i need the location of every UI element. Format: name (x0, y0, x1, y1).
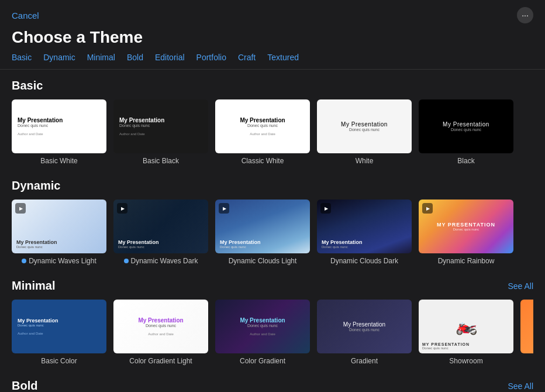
thumb-subtitle: Donec quis nunc (322, 245, 407, 249)
nav-item-minimal[interactable]: Minimal (87, 53, 115, 62)
nav-item-craft[interactable]: Craft (238, 53, 256, 62)
basic-section-title: Basic (12, 79, 43, 92)
theme-thumb-white: My Presentation Donec quis nunc (317, 99, 412, 153)
thumb-title: My Presentation (138, 317, 183, 324)
dot-indicator (124, 259, 129, 263)
nav-item-basic[interactable]: Basic (12, 53, 32, 62)
thumb-title: My Presentation (16, 239, 102, 245)
bold-section-title: Bold (12, 379, 37, 392)
thumb-subtitle: Donec quis nunc (451, 128, 481, 132)
play-icon (117, 203, 127, 214)
basic-section: Basic My Presentation Donec quis nunc Au… (0, 70, 545, 170)
theme-thumb-rainbow: MY PRESENTATION Donec quis nunc (419, 200, 513, 253)
theme-thumb-dw-dark: My Presentation Donec quis nunc (113, 200, 208, 253)
theme-classic-white[interactable]: My Presentation Donec quis nunc Author a… (215, 99, 310, 165)
theme-partial[interactable] (520, 300, 533, 365)
more-options-button[interactable]: ··· (517, 7, 533, 23)
thumb-title: My Presentation (443, 121, 489, 128)
theme-label-showroom: Showroom (449, 357, 482, 365)
theme-rainbow[interactable]: MY PRESENTATION Donec quis nunc Dynamic … (419, 200, 513, 265)
minimal-see-all[interactable]: See All (508, 281, 533, 291)
theme-label-dw-light: Dynamic Waves Light (22, 257, 96, 265)
thumb-title: My Presentation (341, 121, 388, 128)
dot-indicator (22, 259, 26, 263)
theme-thumb-cg-light: My Presentation Donec quis nunc Author a… (113, 300, 208, 353)
nav-item-editorial[interactable]: Editorial (155, 53, 185, 62)
thumb-subtitle: Donec quis nunc (422, 346, 510, 350)
theme-thumb-basic-color: My Presentation Donec quis nunc Author a… (12, 300, 106, 353)
thumb-subtitle: Donec quis nunc (18, 324, 101, 327)
thumb-subtitle: Donec quis nunc (119, 123, 202, 128)
theme-label-rainbow: Dynamic Rainbow (438, 257, 495, 265)
theme-label-white: White (356, 157, 374, 165)
theme-gradient[interactable]: My Presentation Donec quis nunc Gradient (317, 300, 412, 365)
thumb-title: My Presentation (220, 239, 305, 245)
thumb-author: Author and Date (148, 332, 174, 336)
theme-thumb-classic-white: My Presentation Donec quis nunc Author a… (215, 99, 310, 153)
play-icon (15, 203, 26, 214)
theme-black[interactable]: My Presentation Donec quis nunc Black (419, 99, 513, 165)
category-nav: Basic Dynamic Minimal Bold Editorial Por… (0, 53, 545, 70)
nav-item-bold[interactable]: Bold (127, 53, 143, 62)
theme-dw-light[interactable]: My Presentation Donec quis nunc Dynamic … (12, 200, 106, 265)
theme-basic-color[interactable]: My Presentation Donec quis nunc Author a… (12, 300, 106, 365)
minimal-section: Minimal See All My Presentation Donec qu… (0, 270, 545, 370)
bold-section: Bold See All 👩 MY PRESENTATION 🧑 MY PRE (0, 370, 545, 392)
page-title: Choose a Theme (0, 26, 545, 53)
thumb-author: Author and Date (119, 132, 202, 136)
theme-label-black: Black (457, 157, 474, 165)
minimal-section-header: Minimal See All (12, 279, 533, 293)
theme-label-gradient: Gradient (351, 357, 378, 365)
thumb-title: My Presentation (240, 117, 285, 123)
top-bar: Cancel ··· (0, 0, 545, 26)
thumb-subtitle: Donec quis nunc (16, 245, 102, 249)
theme-label-basic-white: Basic White (40, 157, 77, 165)
theme-dw-dark[interactable]: My Presentation Donec quis nunc Dynamic … (113, 200, 208, 265)
play-icon (219, 203, 229, 214)
thumb-subtitle: Donec quis nunc (247, 324, 278, 328)
thumb-title: My Presentation (18, 318, 101, 324)
play-icon (422, 203, 433, 214)
theme-cg-light[interactable]: My Presentation Donec quis nunc Author a… (113, 300, 208, 365)
minimal-section-title: Minimal (12, 279, 55, 293)
thumb-title: My Presentation (240, 317, 285, 324)
thumb-title: MY PRESENTATION (422, 342, 510, 346)
bold-see-all[interactable]: See All (508, 381, 533, 391)
thumb-subtitle: Donec quis nunc (18, 123, 101, 128)
thumb-author: Author and Date (18, 332, 101, 335)
thumb-subtitle: Donec quis nunc (349, 128, 380, 132)
theme-basic-black[interactable]: My Presentation Donec quis nunc Author a… (113, 99, 208, 165)
thumb-subtitle: Donec quis nunc (220, 245, 305, 249)
theme-thumb-dw-light: My Presentation Donec quis nunc (12, 200, 106, 253)
thumb-subtitle: Donec quis nunc (349, 328, 380, 332)
nav-item-textured[interactable]: Textured (267, 53, 299, 62)
theme-thumb-partial (520, 300, 533, 353)
theme-dc-light[interactable]: My Presentation Donec quis nunc Dynamic … (215, 200, 310, 265)
dynamic-section-header: Dynamic (12, 179, 533, 192)
theme-label-basic-color: Basic Color (41, 357, 77, 365)
theme-showroom[interactable]: 🏍️ MY PRESENTATION Donec quis nunc Showr… (419, 300, 513, 365)
theme-label-dc-dark: Dynamic Clouds Dark (330, 257, 398, 265)
thumb-author: Author and Date (18, 132, 101, 136)
theme-label-cg: Color Gradient (240, 357, 285, 365)
dynamic-section: Dynamic My Presentation Donec quis nunc … (0, 170, 545, 270)
theme-thumb-dc-dark: My Presentation Donec quis nunc (317, 200, 412, 253)
nav-item-dynamic[interactable]: Dynamic (43, 53, 75, 62)
nav-item-portfolio[interactable]: Portfolio (196, 53, 226, 62)
theme-dc-dark[interactable]: My Presentation Donec quis nunc Dynamic … (317, 200, 412, 265)
cancel-button[interactable]: Cancel (12, 11, 39, 20)
theme-white[interactable]: My Presentation Donec quis nunc White (317, 99, 412, 165)
thumb-author: Author and Date (250, 332, 275, 336)
theme-label-classic-white: Classic White (242, 157, 284, 165)
theme-thumb-showroom: 🏍️ MY PRESENTATION Donec quis nunc (419, 300, 513, 353)
thumb-title: My Presentation (343, 321, 385, 328)
thumb-title: My Presentation (322, 239, 407, 245)
theme-thumb-basic-white: My Presentation Donec quis nunc Author a… (12, 99, 106, 153)
theme-cg[interactable]: My Presentation Donec quis nunc Author a… (215, 300, 310, 365)
theme-thumb-cg: My Presentation Donec quis nunc Author a… (215, 300, 310, 353)
dynamic-section-title: Dynamic (12, 179, 60, 192)
thumb-author: Author and Date (250, 132, 275, 136)
theme-basic-white[interactable]: My Presentation Donec quis nunc Author a… (12, 99, 106, 165)
thumb-title: MY PRESENTATION (437, 222, 495, 228)
more-icon: ··· (522, 11, 529, 20)
